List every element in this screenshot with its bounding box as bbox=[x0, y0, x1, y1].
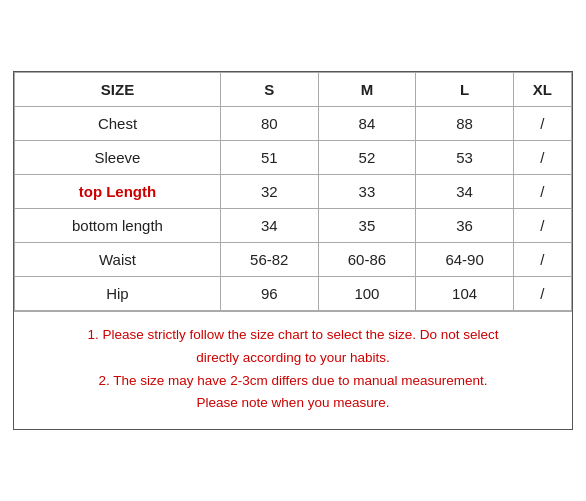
bottom-length-xl: / bbox=[513, 208, 571, 242]
header-s: S bbox=[220, 72, 318, 106]
bottom-length-m: 35 bbox=[318, 208, 416, 242]
hip-l: 104 bbox=[416, 276, 514, 310]
chest-xl: / bbox=[513, 106, 571, 140]
table-row: Hip 96 100 104 / bbox=[15, 276, 572, 310]
bottom-length-l: 36 bbox=[416, 208, 514, 242]
label-waist: Waist bbox=[15, 242, 221, 276]
table-row: Waist 56-82 60-86 64-90 / bbox=[15, 242, 572, 276]
top-length-l: 34 bbox=[416, 174, 514, 208]
waist-xl: / bbox=[513, 242, 571, 276]
size-table: SIZE S M L XL Chest 80 84 88 / Sleeve 51… bbox=[14, 72, 572, 311]
sleeve-l: 53 bbox=[416, 140, 514, 174]
top-length-m: 33 bbox=[318, 174, 416, 208]
size-chart-container: SIZE S M L XL Chest 80 84 88 / Sleeve 51… bbox=[13, 71, 573, 431]
sleeve-xl: / bbox=[513, 140, 571, 174]
label-hip: Hip bbox=[15, 276, 221, 310]
chest-s: 80 bbox=[220, 106, 318, 140]
note-2-line-a: 2. The size may have 2-3cm differs due t… bbox=[30, 370, 556, 393]
table-row: bottom length 34 35 36 / bbox=[15, 208, 572, 242]
label-sleeve: Sleeve bbox=[15, 140, 221, 174]
top-length-xl: / bbox=[513, 174, 571, 208]
table-header-row: SIZE S M L XL bbox=[15, 72, 572, 106]
note-2: 2. The size may have 2-3cm differs due t… bbox=[30, 370, 556, 416]
table-row: Chest 80 84 88 / bbox=[15, 106, 572, 140]
table-row: top Length 32 33 34 / bbox=[15, 174, 572, 208]
label-bottom-length: bottom length bbox=[15, 208, 221, 242]
chest-m: 84 bbox=[318, 106, 416, 140]
note-2-line-b: Please note when you measure. bbox=[30, 392, 556, 415]
sleeve-m: 52 bbox=[318, 140, 416, 174]
hip-s: 96 bbox=[220, 276, 318, 310]
chest-l: 88 bbox=[416, 106, 514, 140]
hip-xl: / bbox=[513, 276, 571, 310]
waist-m: 60-86 bbox=[318, 242, 416, 276]
header-l: L bbox=[416, 72, 514, 106]
note-1: 1. Please strictly follow the size chart… bbox=[30, 324, 556, 370]
label-chest: Chest bbox=[15, 106, 221, 140]
note-1-line-b: directly according to your habits. bbox=[30, 347, 556, 370]
table-row: Sleeve 51 52 53 / bbox=[15, 140, 572, 174]
header-size: SIZE bbox=[15, 72, 221, 106]
waist-s: 56-82 bbox=[220, 242, 318, 276]
note-1-line-a: 1. Please strictly follow the size chart… bbox=[30, 324, 556, 347]
bottom-length-s: 34 bbox=[220, 208, 318, 242]
label-top-length: top Length bbox=[15, 174, 221, 208]
notes-section: 1. Please strictly follow the size chart… bbox=[14, 311, 572, 430]
header-xl: XL bbox=[513, 72, 571, 106]
hip-m: 100 bbox=[318, 276, 416, 310]
waist-l: 64-90 bbox=[416, 242, 514, 276]
sleeve-s: 51 bbox=[220, 140, 318, 174]
header-m: M bbox=[318, 72, 416, 106]
top-length-s: 32 bbox=[220, 174, 318, 208]
